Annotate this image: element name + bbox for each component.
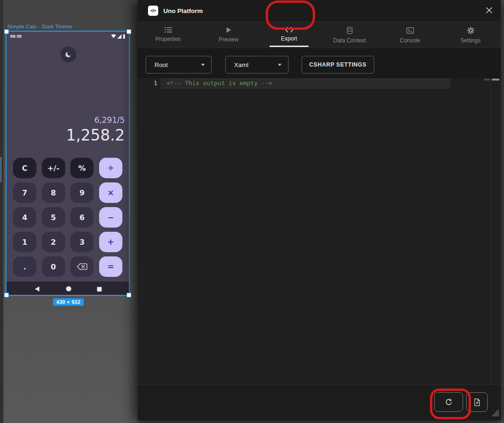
tab-bar: Properties Preview Export Data Context	[138, 22, 501, 48]
chevron-down-icon	[201, 64, 205, 66]
key-add[interactable]: +	[99, 232, 122, 252]
theme-toggle-button[interactable]	[60, 47, 76, 62]
key-divide[interactable]: ÷	[99, 158, 122, 178]
tab-preview[interactable]: Preview	[198, 22, 259, 47]
close-button[interactable]	[485, 7, 493, 15]
wifi-icon	[111, 34, 116, 38]
battery-icon	[123, 34, 125, 39]
uno-platform-panel: </> Uno Platform Properties Preview	[138, 0, 501, 420]
android-nav-bar	[7, 282, 129, 295]
moon-icon	[64, 50, 73, 59]
key-percent[interactable]: %	[70, 158, 94, 178]
code-icon	[285, 27, 294, 33]
selection-handle-top-right[interactable]	[127, 29, 131, 34]
tab-properties[interactable]: Properties	[138, 22, 198, 47]
calculator-display: 6,291/5 1,258.2	[66, 114, 125, 145]
refresh-button[interactable]	[434, 392, 463, 412]
tab-console[interactable]: Console	[380, 22, 440, 47]
refresh-icon	[444, 398, 453, 407]
frame-title-label[interactable]: Simple Calc - Dark Theme	[7, 24, 72, 29]
scrollbar-track-divider	[491, 78, 491, 385]
recents-icon[interactable]	[97, 285, 102, 294]
key-6[interactable]: 6	[70, 207, 94, 228]
display-expression: 6,291/5	[66, 114, 125, 126]
resize-grip[interactable]	[491, 409, 499, 419]
selection-size-badge: 430 × 932	[53, 298, 84, 306]
selection-handle-bottom-right[interactable]	[127, 293, 131, 297]
calculator-frame[interactable]: 09:30 6,291/5 1,258.2 C	[7, 32, 129, 295]
key-1[interactable]: 1	[13, 232, 36, 252]
active-tab-underline	[269, 46, 309, 47]
scrollbar-thumb[interactable]	[492, 79, 499, 81]
key-4[interactable]: 4	[13, 207, 36, 228]
status-time: 09:30	[10, 34, 22, 39]
csharp-settings-button[interactable]: CSHARP SETTINGS	[302, 56, 374, 74]
code-editor[interactable]: 1 <!-- This output is empty -->	[138, 78, 501, 385]
display-result: 1,258.2	[66, 126, 125, 145]
close-icon	[485, 7, 493, 14]
screen: Simple Calc - Dark Theme 09:30 6,291/5 1…	[0, 0, 504, 423]
key-multiply[interactable]: ×	[99, 182, 122, 203]
key-decimal[interactable]: .	[13, 256, 36, 277]
key-2[interactable]: 2	[42, 232, 65, 252]
panel-footer	[138, 384, 501, 420]
format-dropdown[interactable]: Xaml	[225, 56, 289, 74]
keypad: C +/- % ÷ 7 8 9 × 4 5 6 −	[13, 158, 122, 281]
signal-icon	[117, 34, 121, 39]
tab-settings[interactable]: Settings	[440, 22, 501, 47]
key-backspace[interactable]	[70, 256, 94, 277]
panel-title: Uno Platform	[163, 7, 203, 14]
database-icon	[346, 27, 354, 34]
backspace-icon	[77, 263, 87, 270]
file-export-icon	[473, 398, 481, 407]
key-clear[interactable]: C	[13, 158, 36, 178]
key-negate[interactable]: +/-	[42, 158, 65, 178]
line-number: 1	[150, 80, 157, 87]
key-subtract[interactable]: −	[99, 207, 122, 228]
minimap-marker	[484, 79, 490, 81]
tab-export[interactable]: Export	[259, 22, 319, 47]
panel-header: </> Uno Platform	[138, 0, 501, 22]
export-file-button[interactable]	[466, 392, 488, 412]
back-icon[interactable]	[34, 285, 40, 294]
key-5[interactable]: 5	[42, 207, 65, 228]
root-dropdown[interactable]: Root	[146, 56, 212, 74]
selection-handle-bottom-left[interactable]	[4, 293, 9, 297]
terminal-icon	[406, 27, 414, 34]
design-canvas[interactable]: Simple Calc - Dark Theme 09:30 6,291/5 1…	[0, 0, 138, 423]
home-icon[interactable]	[66, 285, 72, 294]
canvas-left-notch	[0, 157, 2, 182]
key-8[interactable]: 8	[42, 182, 65, 203]
code-comment: <!-- This output is empty -->	[167, 80, 272, 87]
canvas-left-edge	[0, 0, 4, 423]
key-7[interactable]: 7	[13, 182, 36, 203]
key-9[interactable]: 9	[70, 182, 94, 203]
gear-icon	[467, 27, 475, 34]
tab-data-context[interactable]: Data Context	[319, 22, 380, 47]
play-icon	[226, 27, 232, 34]
key-0[interactable]: 0	[42, 256, 65, 277]
export-toolbar: Root Xaml CSHARP SETTINGS	[138, 48, 501, 78]
selection-handle-top-left[interactable]	[4, 29, 9, 34]
chevron-down-icon	[278, 64, 282, 66]
status-bar: 09:30	[7, 33, 129, 40]
status-icons	[111, 34, 125, 39]
key-3[interactable]: 3	[70, 232, 94, 252]
list-icon	[164, 27, 172, 33]
key-equals[interactable]: =	[99, 256, 122, 277]
uno-logo-icon: </>	[148, 6, 158, 16]
